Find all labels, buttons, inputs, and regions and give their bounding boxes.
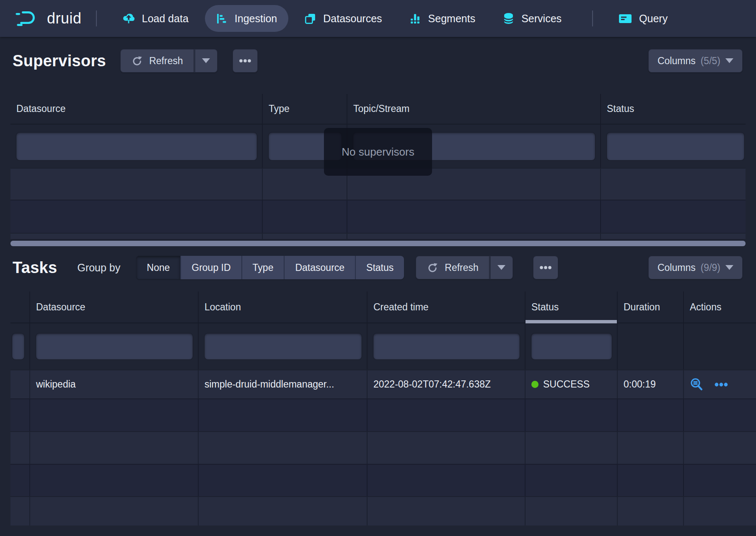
refresh-label: Refresh bbox=[149, 55, 183, 67]
nav-datasources[interactable]: Datasources bbox=[293, 5, 393, 32]
cloud-upload-icon bbox=[122, 13, 135, 24]
nav-load-data[interactable]: Load data bbox=[111, 5, 200, 32]
column-header-status[interactable]: Status bbox=[601, 94, 746, 124]
table-row bbox=[10, 464, 756, 496]
column-header-created-time[interactable]: Created time bbox=[368, 291, 526, 323]
nav-services[interactable]: Services bbox=[492, 5, 573, 32]
filter-status-input[interactable] bbox=[531, 333, 612, 359]
column-header-status[interactable]: Status bbox=[526, 291, 618, 323]
bar-chart-icon bbox=[410, 13, 421, 24]
task-row-wikipedia[interactable]: wikipedia simple-druid-middlemanager... … bbox=[10, 369, 756, 398]
console-icon bbox=[619, 13, 632, 24]
columns-label: Columns bbox=[658, 55, 696, 67]
columns-label: Columns bbox=[658, 262, 696, 273]
filter-created-time-input[interactable] bbox=[373, 333, 520, 359]
chevron-down-icon bbox=[725, 265, 733, 270]
group-by-label: Group by bbox=[77, 262, 120, 274]
supervisors-section: Supervisors Refresh bbox=[0, 49, 756, 246]
horizontal-scrollbar[interactable] bbox=[10, 241, 746, 246]
group-by-datasource-button[interactable]: Datasource bbox=[285, 256, 356, 279]
gantt-chart-icon bbox=[216, 13, 228, 24]
column-header-datasource[interactable]: Datasource bbox=[10, 94, 263, 124]
tasks-refresh-button[interactable]: Refresh bbox=[416, 256, 489, 279]
tasks-refresh-dropdown[interactable] bbox=[489, 256, 513, 279]
column-header-type[interactable]: Type bbox=[263, 94, 347, 124]
search-details-icon[interactable] bbox=[690, 377, 704, 392]
task-datasource: wikipedia bbox=[30, 370, 199, 398]
filter-datasource-input[interactable] bbox=[16, 133, 257, 160]
status-dot-success bbox=[531, 381, 539, 388]
no-supervisors-message: No supervisors bbox=[324, 128, 432, 176]
tasks-refresh-split: Refresh bbox=[416, 256, 513, 279]
nav-items: Load data Ingestion bbox=[111, 0, 684, 37]
tasks-header-row: Datasource Location Created time Status … bbox=[10, 291, 756, 323]
druid-logo[interactable]: druid bbox=[15, 9, 82, 28]
columns-count: (9/9) bbox=[701, 262, 720, 273]
filter-datasource-input[interactable] bbox=[36, 333, 193, 359]
group-by-button-group: None Group ID Type Datasource Status bbox=[136, 256, 404, 279]
table-row bbox=[10, 233, 746, 240]
table-row bbox=[10, 200, 746, 233]
tasks-columns-button[interactable]: Columns (9/9) bbox=[648, 256, 743, 279]
nav-query[interactable]: Query bbox=[607, 5, 679, 32]
nav-ingestion[interactable]: Ingestion bbox=[205, 5, 288, 32]
column-header-blank[interactable] bbox=[10, 291, 30, 323]
group-by-status-button[interactable]: Status bbox=[356, 256, 404, 279]
task-duration: 0:00:19 bbox=[618, 370, 684, 398]
table-row bbox=[10, 398, 756, 431]
nav-label: Query bbox=[639, 13, 668, 25]
layers-icon bbox=[305, 13, 316, 24]
column-header-actions[interactable]: Actions bbox=[684, 291, 756, 323]
druid-logo-icon bbox=[15, 9, 41, 28]
supervisors-refresh-button[interactable]: Refresh bbox=[120, 49, 194, 73]
chevron-down-icon bbox=[202, 58, 210, 63]
more-icon bbox=[239, 59, 251, 63]
task-actions bbox=[684, 370, 756, 398]
group-by-type-button[interactable]: Type bbox=[242, 256, 285, 279]
column-header-status-label: Status bbox=[531, 302, 559, 313]
nav-label: Load data bbox=[142, 13, 189, 25]
druid-console: druid Load data bbox=[0, 0, 756, 526]
supervisors-toolbar: Supervisors Refresh bbox=[13, 49, 743, 73]
tasks-section: Tasks Group by None Group ID Type Dataso… bbox=[0, 255, 756, 526]
filter-blank-input[interactable] bbox=[12, 333, 24, 359]
more-icon bbox=[539, 265, 552, 270]
tasks-filter-row bbox=[10, 323, 756, 369]
column-header-location[interactable]: Location bbox=[199, 291, 368, 323]
sort-indicator bbox=[526, 320, 617, 323]
row-more-actions-icon[interactable] bbox=[714, 382, 728, 387]
supervisors-refresh-split: Refresh bbox=[120, 49, 217, 73]
tasks-title: Tasks bbox=[13, 259, 57, 277]
supervisors-table: Datasource Type Topic/Stream Status No s… bbox=[10, 94, 746, 246]
table-row bbox=[10, 496, 756, 526]
task-status: SUCCESS bbox=[526, 370, 618, 398]
nav-segments[interactable]: Segments bbox=[399, 5, 487, 32]
nav-label: Datasources bbox=[323, 13, 382, 25]
task-created-time: 2022-08-02T07:42:47.638Z bbox=[368, 370, 526, 398]
group-by-group-id-button[interactable]: Group ID bbox=[181, 256, 242, 279]
table-row bbox=[10, 431, 756, 464]
nav-label: Services bbox=[521, 13, 562, 25]
supervisors-refresh-dropdown[interactable] bbox=[194, 49, 217, 73]
column-header-datasource[interactable]: Datasource bbox=[30, 291, 199, 323]
navbar: druid Load data bbox=[0, 0, 756, 37]
supervisors-columns-button[interactable]: Columns (5/5) bbox=[648, 49, 743, 73]
nav-divider bbox=[96, 10, 97, 26]
chevron-down-icon bbox=[497, 265, 505, 270]
column-header-topic-stream[interactable]: Topic/Stream bbox=[347, 94, 601, 124]
database-icon bbox=[503, 13, 514, 24]
refresh-icon bbox=[427, 262, 439, 274]
nav-label: Ingestion bbox=[235, 13, 277, 25]
filter-status-input[interactable] bbox=[607, 133, 744, 160]
supervisors-header-row: Datasource Type Topic/Stream Status bbox=[10, 94, 746, 125]
tasks-table: Datasource Location Created time Status … bbox=[10, 291, 756, 526]
column-header-duration[interactable]: Duration bbox=[618, 291, 684, 323]
refresh-label: Refresh bbox=[445, 262, 479, 273]
group-by-none-button[interactable]: None bbox=[136, 256, 181, 279]
tasks-more-button[interactable] bbox=[533, 256, 558, 279]
task-location: simple-druid-middlemanager... bbox=[199, 370, 368, 398]
status-text: SUCCESS bbox=[543, 379, 590, 390]
supervisors-more-button[interactable] bbox=[233, 49, 258, 73]
filter-location-input[interactable] bbox=[205, 333, 362, 359]
logo-text: druid bbox=[47, 10, 82, 27]
